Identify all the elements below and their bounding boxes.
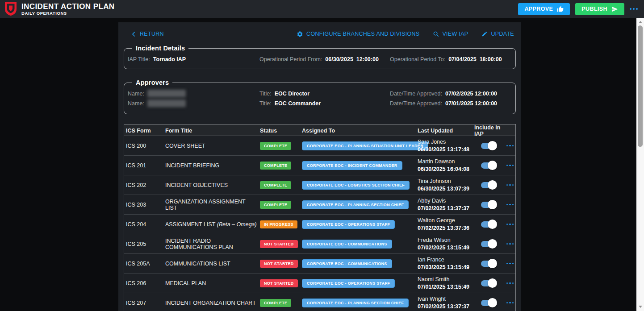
card-toolbar: RETURN CONFIGURE BRANCHES AND DIVISIONS … — [124, 29, 516, 39]
toggle-knob — [488, 220, 497, 229]
include-cell — [473, 143, 503, 149]
scrollbar-thumb[interactable] — [638, 25, 643, 147]
assigned-cell: CORPORATE EOC - PLANNING SITUATION UNIT … — [300, 141, 416, 150]
last-updated-cell: Ivan Wright 07/02/2025 13:37:37 — [416, 295, 473, 311]
row-menu-ellipsis-icon[interactable] — [506, 145, 514, 147]
ics-form-cell: ICS 203 — [124, 202, 163, 208]
pencil-icon — [481, 31, 488, 37]
form-title-cell: INCIDENT ORGANIZATION CHART — [163, 300, 258, 306]
status-badge: COMPLETE — [260, 299, 291, 307]
update-label: UPDATE — [491, 31, 514, 37]
row-menu-ellipsis-icon[interactable] — [506, 224, 514, 225]
assigned-cell: CORPORATE EOC - LOGISTICS SECTION CHIEF — [300, 181, 416, 190]
form-title-text: COMMUNICATIONS LIST — [165, 261, 230, 267]
status-cell: COMPLETE — [258, 162, 300, 170]
view-iap-link[interactable]: VIEW IAP — [433, 31, 468, 37]
updated-by: Ian France — [418, 256, 473, 264]
status-cell: NOT STARTED — [258, 279, 300, 287]
toggle-knob — [488, 278, 497, 288]
gear-icon — [297, 31, 303, 37]
col-header-assigned-to: Assigned To — [300, 128, 416, 134]
include-in-iap-toggle[interactable] — [481, 300, 496, 306]
updated-at: 06/30/2025 13:17:48 — [418, 146, 473, 153]
include-in-iap-toggle[interactable] — [481, 261, 496, 267]
form-title-cell: INCIDENT BRIEFING — [163, 162, 258, 169]
status-cell: NOT STARTED — [258, 260, 300, 268]
approver-approved-value: 07/02/2025 12:00:00 — [445, 91, 497, 97]
row-menu-ellipsis-icon[interactable] — [506, 184, 514, 186]
status-badge: NOT STARTED — [260, 279, 298, 287]
scrollbar-up-arrow[interactable] — [636, 19, 644, 25]
include-in-iap-toggle[interactable] — [481, 221, 496, 228]
last-updated-cell: Ian France 07/03/2025 13:15:49 — [416, 256, 473, 271]
brand: INCIDENT ACTION PLAN DAILY OPERATIONS — [4, 2, 115, 16]
return-link[interactable]: RETURN — [131, 31, 164, 37]
include-in-iap-toggle[interactable] — [481, 182, 496, 188]
include-in-iap-toggle[interactable] — [481, 143, 496, 149]
updated-at: 06/30/2025 13:07:39 — [418, 185, 473, 193]
return-label: RETURN — [140, 31, 164, 37]
status-badge: IN PROGRESS — [260, 220, 297, 228]
incident-details-fieldset: Incident Details IAP Title:Tornado IAP O… — [124, 45, 516, 69]
table-row: ICS 204 ASSIGNMENT LIST (Beta – Omega) I… — [124, 215, 515, 234]
form-title-cell: COVER SHEET — [163, 143, 258, 149]
approver-row: Name: Title:EOC Commander Date/Time Appr… — [128, 99, 512, 108]
iap-detail-card: RETURN CONFIGURE BRANCHES AND DIVISIONS … — [118, 22, 521, 311]
ics-form-cell: ICS 204 — [124, 221, 163, 228]
scrollbar[interactable] — [636, 18, 644, 311]
table-row: ICS 203 ORGANIZATION ASSIGNMENT LIST COM… — [124, 195, 515, 215]
approver-approved-value: 07/01/2025 12:00:00 — [445, 100, 497, 107]
assigned-badge: CORPORATE EOC - COMMUNICATIONS — [302, 240, 392, 249]
ics-form-cell: ICS 207 — [124, 300, 163, 306]
assigned-cell: CORPORATE EOC - COMMUNICATIONS — [300, 259, 416, 268]
ics-forms-table: ICS Form Form Title Status Assigned To L… — [124, 124, 516, 311]
approver-name-redacted — [147, 100, 186, 107]
row-menu-ellipsis-icon[interactable] — [506, 204, 514, 206]
include-in-iap-toggle[interactable] — [481, 202, 496, 208]
configure-branches-link[interactable]: CONFIGURE BRANCHES AND DIVISIONS — [297, 31, 419, 37]
last-updated-cell: Abby Davis 07/02/2025 13:37:37 — [416, 197, 473, 212]
period-to-value: 07/04/2025 18:00:00 — [448, 56, 502, 62]
form-title-text: INCIDENT OBJECTIVES — [165, 182, 228, 188]
search-icon — [433, 31, 439, 37]
row-menu-ellipsis-icon[interactable] — [506, 282, 514, 284]
toggle-knob — [488, 141, 497, 150]
scrollbar-down-arrow[interactable] — [636, 303, 644, 310]
form-title-text: INCIDENT ORGANIZATION CHART — [165, 300, 256, 306]
include-in-iap-toggle[interactable] — [481, 241, 496, 247]
include-cell — [473, 300, 503, 306]
approver-title-label: Title: — [259, 91, 272, 97]
approver-name-label: Name: — [128, 91, 144, 97]
table-row: ICS 205A COMMUNICATIONS LIST NOT STARTED… — [124, 254, 515, 274]
app-subtitle: DAILY OPERATIONS — [21, 11, 115, 16]
update-link[interactable]: UPDATE — [481, 31, 514, 37]
period-from-value: 06/30/2025 12:00:00 — [325, 56, 379, 62]
updated-by: Freda Wilson — [418, 236, 473, 244]
iap-title-field: IAP Title:Tornado IAP — [128, 55, 259, 63]
status-cell: COMPLETE — [258, 299, 300, 307]
approver-name-label: Name: — [128, 100, 144, 107]
row-actions-cell — [503, 165, 515, 166]
row-menu-ellipsis-icon[interactable] — [506, 165, 514, 166]
include-in-iap-toggle[interactable] — [481, 162, 496, 169]
assigned-badge: CORPORATE EOC - PLANNING SITUATION UNIT … — [302, 141, 428, 150]
approver-title-value: EOC Director — [275, 91, 310, 97]
publish-button[interactable]: PUBLISH — [575, 3, 624, 15]
include-in-iap-toggle[interactable] — [481, 280, 496, 286]
assigned-badge: CORPORATE EOC - OPERATIONS STAFF — [302, 220, 395, 229]
assigned-cell: CORPORATE EOC - OPERATIONS STAFF — [300, 220, 416, 229]
row-menu-ellipsis-icon[interactable] — [506, 302, 514, 304]
approve-button[interactable]: APPROVE — [518, 3, 570, 15]
updated-by: Martin Dawson — [418, 158, 473, 166]
table-header-row: ICS Form Form Title Status Assigned To L… — [124, 124, 515, 136]
updated-at: 06/30/2025 16:04:08 — [418, 166, 473, 173]
row-menu-ellipsis-icon[interactable] — [506, 243, 514, 245]
approver-row: Name: Title:EOC Director Date/Time Appro… — [128, 89, 512, 98]
col-header-include-in-iap: Include In IAP — [473, 124, 503, 137]
header-overflow-ellipsis-icon[interactable] — [630, 8, 638, 10]
assigned-cell: CORPORATE EOC - OPERATIONS STAFF — [300, 279, 416, 288]
row-menu-ellipsis-icon[interactable] — [506, 263, 514, 265]
include-cell — [473, 182, 503, 188]
updated-by: Naomi Smith — [418, 276, 473, 283]
chevron-left-icon — [131, 31, 137, 37]
